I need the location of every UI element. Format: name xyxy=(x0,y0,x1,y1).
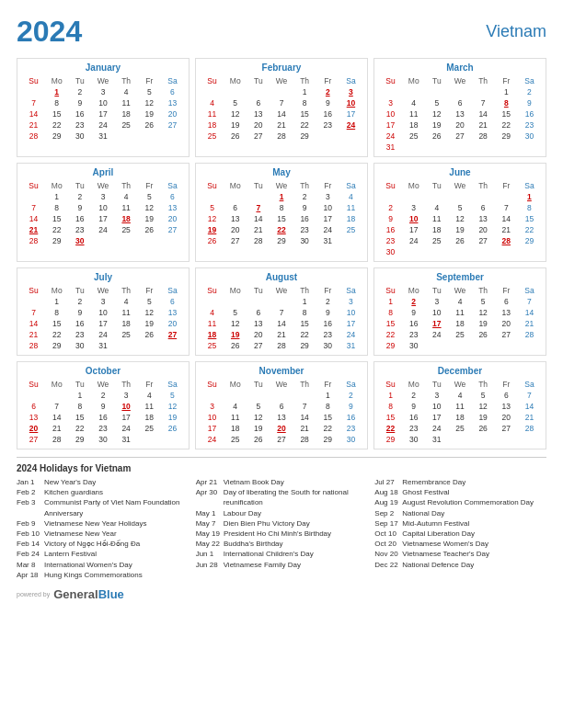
cal-day: 18 xyxy=(448,318,471,329)
cal-day: 26 xyxy=(138,224,161,235)
holiday-name: Vietnamese New Year xyxy=(44,529,117,539)
cal-day: 7 xyxy=(495,202,518,213)
cal-day: 2 xyxy=(339,390,362,401)
cal-day: 7 xyxy=(22,97,45,108)
cal-day: 11 xyxy=(138,401,161,412)
cal-day xyxy=(201,191,224,202)
holiday-item: Feb 14Victory of Ngọc Hồi-Đống Đa xyxy=(17,539,189,549)
cal-day: 17 xyxy=(91,108,114,119)
cal-day: 11 xyxy=(339,202,362,213)
cal-day: 28 xyxy=(518,423,541,434)
cal-day: 8 xyxy=(293,97,316,108)
cal-day: 18 xyxy=(224,423,247,434)
cal-day: 26 xyxy=(161,423,184,434)
holiday-item: May 22Buddha's Birthday xyxy=(196,539,368,549)
weekday-header: Sa xyxy=(518,285,541,296)
cal-day: 25 xyxy=(115,224,138,235)
cal-day: 4 xyxy=(115,86,138,97)
cal-day: 7 xyxy=(472,97,495,108)
cal-day: 15 xyxy=(45,108,68,119)
weekday-header: Th xyxy=(472,285,495,296)
holiday-name: Remembrance Day xyxy=(402,477,465,487)
cal-day xyxy=(247,86,270,97)
weekday-header: Th xyxy=(293,75,316,86)
cal-day: 10 xyxy=(316,202,339,213)
cal-day: 17 xyxy=(91,318,114,329)
cal-day: 17 xyxy=(201,423,224,434)
cal-day: 15 xyxy=(518,213,541,224)
weekday-header: Tu xyxy=(68,75,91,86)
cal-day: 10 xyxy=(425,401,448,412)
cal-day: 16 xyxy=(91,412,114,423)
holiday-date: May 22 xyxy=(196,539,220,549)
cal-day: 26 xyxy=(425,131,448,142)
cal-day: 15 xyxy=(379,318,402,329)
holiday-item: Feb 9Vietnamese New Year Holidays xyxy=(17,518,189,529)
cal-day: 28 xyxy=(472,131,495,142)
cal-day: 29 xyxy=(68,434,91,445)
cal-day: 22 xyxy=(45,119,68,131)
cal-day: 23 xyxy=(402,423,425,434)
holiday-name: International Women's Day xyxy=(44,560,132,570)
cal-day: 24 xyxy=(425,329,448,340)
cal-day: 3 xyxy=(425,390,448,401)
weekday-header: Fr xyxy=(495,180,518,191)
holiday-item: May 1Labour Day xyxy=(196,508,368,518)
cal-day: 13 xyxy=(161,202,184,213)
cal-day xyxy=(115,340,138,351)
cal-day: 28 xyxy=(518,329,541,340)
cal-day: 30 xyxy=(402,434,425,445)
holiday-date: Feb 10 xyxy=(17,529,40,539)
cal-day: 14 xyxy=(270,108,293,119)
cal-day xyxy=(448,86,471,97)
holiday-item: Feb 24Lantern Festival xyxy=(17,549,189,559)
cal-day: 7 xyxy=(293,401,316,412)
weekday-header: Tu xyxy=(247,379,270,390)
weekday-header: Tu xyxy=(425,285,448,296)
cal-day: 25 xyxy=(425,235,448,246)
weekday-header: Fr xyxy=(495,75,518,86)
cal-day: 17 xyxy=(339,318,362,329)
cal-day xyxy=(115,131,138,142)
cal-day: 31 xyxy=(91,340,114,351)
month-block-february: FebruarySuMoTuWeThFrSa123456789101112131… xyxy=(195,58,368,157)
cal-day: 9 xyxy=(316,307,339,318)
cal-day: 13 xyxy=(495,307,518,318)
weekday-header: Th xyxy=(115,379,138,390)
cal-day: 8 xyxy=(316,401,339,412)
cal-day xyxy=(379,191,402,202)
holiday-name: Mid-Autumn Festival xyxy=(402,518,469,529)
holiday-name: Labour Day xyxy=(224,508,261,518)
cal-day: 6 xyxy=(161,191,184,202)
cal-day: 5 xyxy=(224,97,247,108)
cal-day: 6 xyxy=(495,296,518,307)
cal-day: 28 xyxy=(22,235,45,246)
month-block-march: MarchSuMoTuWeThFrSa123456789101112131415… xyxy=(373,58,546,157)
cal-day: 31 xyxy=(339,340,362,351)
cal-day: 9 xyxy=(379,213,402,224)
cal-day: 2 xyxy=(316,296,339,307)
cal-day xyxy=(472,86,495,97)
weekday-header: Su xyxy=(379,75,402,86)
month-block-june: JuneSuMoTuWeThFrSa1234567891011121314151… xyxy=(373,163,546,262)
cal-day: 16 xyxy=(293,213,316,224)
weekday-header: Tu xyxy=(68,180,91,191)
cal-day: 13 xyxy=(22,412,45,423)
footer-powered: powered by xyxy=(17,591,50,597)
cal-day: 14 xyxy=(270,318,293,329)
cal-day: 21 xyxy=(22,329,45,340)
cal-day: 23 xyxy=(68,224,91,235)
holiday-date: Feb 24 xyxy=(17,549,40,559)
cal-day: 7 xyxy=(518,296,541,307)
cal-day: 14 xyxy=(518,401,541,412)
cal-day: 29 xyxy=(379,434,402,445)
cal-day: 11 xyxy=(115,202,138,213)
cal-day: 16 xyxy=(379,224,402,235)
cal-day: 6 xyxy=(22,401,45,412)
cal-day: 19 xyxy=(138,108,161,119)
cal-day: 29 xyxy=(316,434,339,445)
holiday-date: Mar 8 xyxy=(17,560,40,570)
weekday-header: Sa xyxy=(518,75,541,86)
cal-table: SuMoTuWeThFrSa12345678910111213141516171… xyxy=(201,285,362,351)
cal-day: 8 xyxy=(379,307,402,318)
